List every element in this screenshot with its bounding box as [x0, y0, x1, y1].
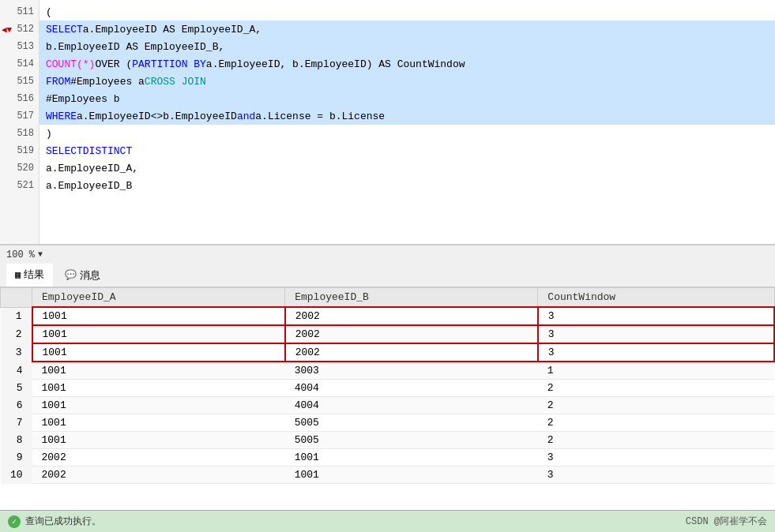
- table-body: 1100120023210012002331001200234100130031…: [1, 307, 775, 484]
- row-number: 2: [1, 325, 32, 343]
- tab-messages-label: 消息: [80, 268, 100, 283]
- cell-employee-id-b: 5005: [285, 432, 538, 449]
- cell-employee-id-b: 1001: [285, 449, 538, 466]
- cell-employee-id-a: 1001: [32, 397, 285, 414]
- zoom-bar: 100 % ▼: [0, 245, 775, 264]
- tab-messages[interactable]: 💬 消息: [56, 264, 109, 287]
- row-number: 8: [1, 432, 32, 449]
- line-number-519: 519: [0, 142, 39, 159]
- code-line-518[interactable]: ): [40, 125, 775, 142]
- th-rownum: [1, 288, 32, 308]
- cell-count-window: 2: [538, 380, 774, 397]
- line-number-514: 514: [0, 55, 39, 73]
- th-employee-id-b: EmployeeID_B: [285, 288, 538, 308]
- row-number: 5: [1, 380, 32, 397]
- row-number: 7: [1, 414, 32, 432]
- cell-employee-id-a: 1001: [32, 380, 285, 397]
- cell-count-window: 2: [538, 414, 774, 432]
- table-row: 7100150052: [1, 414, 775, 432]
- cell-employee-id-b: 5005: [285, 414, 538, 432]
- status-left: ✓ 查询已成功执行。: [8, 515, 101, 528]
- cell-employee-id-b: 4004: [285, 380, 538, 397]
- status-success-icon: ✓: [8, 515, 21, 528]
- tab-results[interactable]: ▦ 结果: [6, 264, 53, 287]
- row-number: 1: [1, 307, 32, 325]
- breakpoint-icon: ◀▼: [2, 24, 12, 35]
- code-line-517[interactable]: WHERE a.EmployeeID <> b.EmployeeID and a…: [40, 107, 775, 125]
- th-count-window: CountWindow: [538, 288, 774, 308]
- code-line-514[interactable]: COUNT(*) OVER (PARTITION BY a.EmployeeID…: [40, 55, 775, 73]
- line-number-513: 513: [0, 38, 39, 55]
- line-number-511: 511: [0, 3, 39, 21]
- code-line-511[interactable]: (: [40, 3, 775, 21]
- cell-employee-id-a: 1001: [32, 414, 285, 432]
- code-content[interactable]: (SELECT a.EmployeeID AS EmployeeID_A, b.…: [40, 0, 775, 244]
- cell-employee-id-a: 1001: [32, 325, 285, 343]
- code-line-516[interactable]: #Employees b: [40, 90, 775, 107]
- cell-employee-id-a: 2002: [32, 466, 285, 484]
- row-number: 10: [1, 466, 32, 484]
- code-line-521[interactable]: a.EmployeeID_B: [40, 177, 775, 194]
- cell-employee-id-a: 2002: [32, 449, 285, 466]
- code-line-519[interactable]: SELECT DISTINCT: [40, 142, 775, 159]
- cell-count-window: 3: [538, 325, 774, 343]
- row-number: 6: [1, 397, 32, 414]
- zoom-value: 100 %: [6, 249, 35, 260]
- table-row: 3100120023: [1, 343, 775, 362]
- tabs-bar: ▦ 结果 💬 消息: [0, 264, 775, 287]
- cell-employee-id-b: 4004: [285, 397, 538, 414]
- zoom-arrow-icon[interactable]: ▼: [38, 250, 43, 259]
- cell-count-window: 3: [538, 307, 774, 325]
- table-row: 5100140042: [1, 380, 775, 397]
- code-lines: 511◀▼512513514515516517518519520521 (SEL…: [0, 0, 775, 244]
- code-line-513[interactable]: b.EmployeeID AS EmployeeID_B,: [40, 38, 775, 55]
- table-row: 2100120023: [1, 325, 775, 343]
- row-number: 4: [1, 362, 32, 380]
- cell-count-window: 1: [538, 362, 774, 380]
- line-number-515: 515: [0, 73, 39, 90]
- line-numbers: 511◀▼512513514515516517518519520521: [0, 0, 40, 244]
- table-row: 10200210013: [1, 466, 775, 484]
- cell-employee-id-b: 3003: [285, 362, 538, 380]
- cell-employee-id-a: 1001: [32, 432, 285, 449]
- tab-results-label: 结果: [24, 268, 44, 282]
- table-row: 6100140042: [1, 397, 775, 414]
- line-number-521: 521: [0, 177, 39, 194]
- line-number-516: 516: [0, 90, 39, 107]
- line-number-518: 518: [0, 125, 39, 142]
- cell-employee-id-b: 2002: [285, 307, 538, 325]
- table-header-row: EmployeeID_A EmployeeID_B CountWindow: [1, 288, 775, 308]
- table-row: 8100150052: [1, 432, 775, 449]
- line-number-517: 517: [0, 107, 39, 125]
- cell-count-window: 3: [538, 449, 774, 466]
- table-row: 9200210013: [1, 449, 775, 466]
- status-bar: ✓ 查询已成功执行。 CSDN @阿崔学不会: [0, 510, 775, 532]
- code-line-515[interactable]: FROM #Employees a CROSS JOIN: [40, 73, 775, 90]
- code-line-512[interactable]: SELECT a.EmployeeID AS EmployeeID_A,: [40, 21, 775, 38]
- messages-icon: 💬: [65, 269, 77, 281]
- row-number: 9: [1, 449, 32, 466]
- th-employee-id-a: EmployeeID_A: [32, 288, 285, 308]
- table-row: 4100130031: [1, 362, 775, 380]
- cell-employee-id-b: 1001: [285, 466, 538, 484]
- main-content: 511◀▼512513514515516517518519520521 (SEL…: [0, 0, 775, 532]
- status-message: 查询已成功执行。: [25, 515, 101, 528]
- cell-employee-id-b: 2002: [285, 325, 538, 343]
- results-icon: ▦: [15, 269, 21, 281]
- line-number-512: ◀▼512: [0, 21, 39, 38]
- status-credit: CSDN @阿崔学不会: [686, 515, 767, 528]
- cell-count-window: 2: [538, 397, 774, 414]
- code-line-520[interactable]: a.EmployeeID_A,: [40, 159, 775, 177]
- cell-count-window: 2: [538, 432, 774, 449]
- results-area[interactable]: EmployeeID_A EmployeeID_B CountWindow 11…: [0, 287, 775, 510]
- cell-count-window: 3: [538, 343, 774, 362]
- cell-employee-id-a: 1001: [32, 362, 285, 380]
- editor-area: 511◀▼512513514515516517518519520521 (SEL…: [0, 0, 775, 245]
- cell-employee-id-a: 1001: [32, 343, 285, 362]
- cell-employee-id-b: 2002: [285, 343, 538, 362]
- line-number-520: 520: [0, 159, 39, 177]
- cell-count-window: 3: [538, 466, 774, 484]
- row-number: 3: [1, 343, 32, 362]
- cell-employee-id-a: 1001: [32, 307, 285, 325]
- table-row: 1100120023: [1, 307, 775, 325]
